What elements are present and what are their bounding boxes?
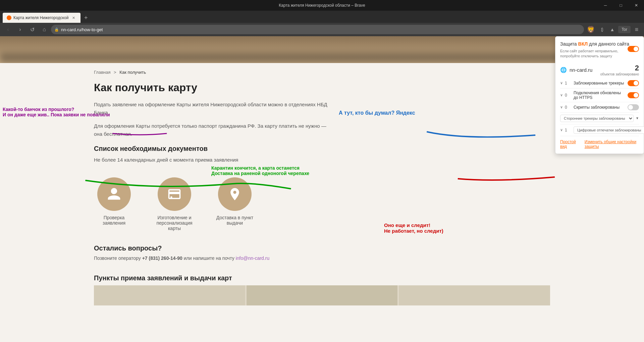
fingerprints-count: 1 — [565, 128, 572, 132]
active-tab[interactable]: Карта жителя Нижегородской ✕ — [3, 13, 80, 23]
map-tile-3 — [399, 285, 550, 305]
phone-number[interactable]: +7 (831) 260-14-90 — [142, 255, 182, 261]
check-application-icon — [107, 187, 121, 202]
rewards-button[interactable]: ▲ — [607, 25, 617, 34]
url-bar[interactable]: 🔒 nn-card.ru/how-to-get — [51, 25, 584, 34]
brave-shield-button[interactable]: 🦁 — [585, 24, 596, 35]
trackers-toggle[interactable] — [628, 80, 639, 86]
shields-site-row: 🌐 nn-card.ru 2 объектов заблокировано — [560, 64, 639, 76]
blocked-count-block: 2 объектов заблокировано — [600, 64, 639, 76]
shields-title-before: Защита — [560, 41, 578, 47]
trackers-dropdown-row: Сторонние трекеры заблокированы ▼ — [560, 113, 639, 124]
map-tile-2 — [247, 285, 398, 305]
shields-on-label: ВКЛ — [578, 41, 588, 47]
tab-close-btn[interactable]: ✕ — [70, 15, 76, 21]
panel-links: Простой вид Изменить общие настройки защ… — [560, 139, 639, 149]
new-tab-button[interactable]: + — [80, 13, 91, 23]
check-icon-circle — [97, 177, 131, 211]
browser-title: Карта жителя Нижегородской области – Bra… — [279, 3, 365, 8]
delivery-icon-circle — [218, 177, 252, 211]
docs-text: Не более 14 календарных дней с момента п… — [94, 156, 329, 164]
main-area: Главная > Как получить Как получить карт… — [0, 36, 644, 342]
nav-extra-buttons: ₿ ▲ — [597, 25, 617, 34]
fingerprints-expand[interactable]: ∨ — [560, 128, 563, 132]
trackers-expand[interactable]: ∨ — [560, 81, 563, 85]
minimize-btn[interactable]: ─ — [598, 0, 613, 11]
delivery-icon — [227, 187, 242, 202]
browser-titlebar: Карта жителя Нижегородской области – Bra… — [0, 0, 644, 11]
wallet-button[interactable]: ₿ — [597, 25, 607, 34]
breadcrumb-current: Как получить — [119, 70, 146, 75]
icon-item-3: Доставка в пункт выдачи — [215, 177, 255, 226]
scripts-row: ∨ 0 Скрипты заблокированы — [560, 102, 639, 113]
points-title: Пункты приема заявлений и выдачи карт — [94, 274, 550, 282]
shields-header: Защита ВКЛ для данного сайта — [560, 41, 639, 47]
intro-text-2: Для оформления Карты потребуется только … — [94, 122, 329, 138]
https-row: ∨ 0 Подключения обновлены до HTTPS — [560, 89, 639, 102]
icon-label-3: Доставка в пункт выдачи — [215, 215, 255, 226]
https-expand[interactable]: ∨ — [560, 93, 563, 97]
site-header-strip — [0, 36, 644, 63]
icon-item-1: Проверка заявления — [94, 177, 134, 226]
fingerprints-row: ∨ 1 Цифровые отпечатки заблокированы ▼ — [560, 124, 639, 136]
site-globe-icon: 🌐 — [560, 67, 567, 73]
card-icon-circle — [158, 177, 191, 211]
home-button[interactable]: ⌂ — [39, 24, 50, 35]
icon-label-2: Изготовление и персонализация карты — [154, 215, 195, 231]
breadcrumb-home[interactable]: Главная — [94, 70, 110, 75]
simple-view-link[interactable]: Простой вид — [560, 139, 579, 149]
contact-text: Позвоните оператору +7 (831) 260-14-90 и… — [94, 255, 550, 261]
trackers-row: ∨ 1 Заблокированные трекеры — [560, 78, 639, 89]
https-toggle[interactable] — [628, 92, 639, 98]
shields-panel: Защита ВКЛ для данного сайта Если сайт р… — [555, 36, 644, 154]
trackers-dropdown[interactable]: Сторонние трекеры заблокированы — [560, 115, 634, 122]
page-title: Как получить карту — [94, 81, 550, 94]
tab-bar: Карта жителя Нижегородской ✕ + — [0, 11, 644, 23]
back-button[interactable]: ‹ — [3, 24, 13, 35]
scripts-toggle[interactable] — [628, 104, 639, 110]
svg-point-0 — [170, 196, 172, 198]
forward-button[interactable]: › — [15, 24, 25, 35]
fingerprints-dropdown[interactable]: Цифровые отпечатки заблокированы — [574, 126, 644, 134]
scripts-label: Скрипты заблокированы — [574, 105, 626, 110]
nav-bar: ‹ › ↺ ⌂ 🔒 nn-card.ru/how-to-get 🦁 ₿ ▲ To… — [0, 23, 644, 36]
shields-site-name: nn-card.ru — [570, 67, 592, 73]
questions-section: Остались вопросы? Позвоните оператору +7… — [94, 244, 550, 261]
tab-favicon — [7, 15, 11, 20]
shields-main-toggle[interactable] — [628, 46, 639, 52]
process-icons-row: Проверка заявления Изготовление и персон… — [94, 177, 550, 231]
blocked-label: объектов заблокировано — [600, 72, 639, 76]
shields-title-after: для данного сайта — [589, 41, 629, 47]
email-link[interactable]: info@nn-card.ru — [236, 255, 270, 261]
tor-button[interactable]: Tor — [618, 26, 631, 33]
scripts-expand[interactable]: ∨ — [560, 105, 563, 109]
map-tile-1 — [94, 285, 245, 305]
website-content: Главная > Как получить Как получить карт… — [0, 36, 644, 342]
settings-link[interactable]: Изменить общие настройки защиты — [585, 139, 639, 149]
intro-text-1: Подать заявление на оформление Карты жит… — [94, 101, 329, 117]
close-btn[interactable]: ✕ — [629, 0, 644, 11]
menu-button[interactable]: ≡ — [632, 25, 641, 34]
lock-icon: 🔒 — [54, 27, 59, 32]
breadcrumb: Главная > Как получить — [94, 70, 550, 75]
url-text: nn-card.ru/how-to-get — [61, 27, 103, 32]
trackers-label: Заблокированные трекеры — [574, 81, 626, 86]
https-label: Подключения обновлены до HTTPS — [574, 91, 626, 100]
scripts-count: 0 — [565, 105, 572, 110]
window-controls: ─ □ ✕ — [598, 0, 644, 11]
shields-subtext: Если сайт работает неправильно, попробуй… — [560, 49, 639, 59]
maximize-btn[interactable]: □ — [613, 0, 629, 11]
questions-title: Остались вопросы? — [94, 244, 550, 252]
trackers-count: 1 — [565, 81, 572, 86]
reload-button[interactable]: ↺ — [27, 24, 38, 35]
tab-label: Карта жителя Нижегородской — [13, 15, 68, 20]
blocked-number: 2 — [600, 64, 639, 72]
docs-section-title: Список необходимых документов — [94, 145, 550, 153]
site-body: Главная > Как получить Как получить карт… — [0, 63, 644, 312]
https-count: 0 — [565, 93, 572, 98]
map-stub — [94, 285, 550, 305]
card-production-icon — [167, 187, 182, 202]
breadcrumb-sep: > — [114, 70, 116, 75]
icon-item-2: Изготовление и персонализация карты — [154, 177, 195, 231]
icon-label-1: Проверка заявления — [94, 215, 134, 226]
